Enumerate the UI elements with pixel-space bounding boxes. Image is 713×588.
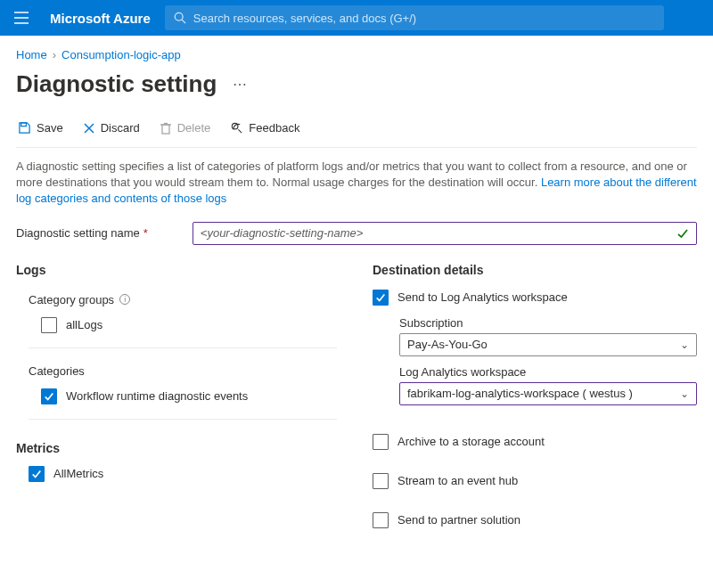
send-law-label: Send to Log Analytics workspace [397, 290, 568, 304]
check-icon [676, 227, 689, 240]
stream-eventhub-label: Stream to an event hub [397, 474, 518, 487]
setting-name-input-wrap[interactable] [193, 222, 697, 245]
svg-line-12 [239, 129, 242, 133]
brand-label[interactable]: Microsoft Azure [50, 11, 151, 26]
send-law-checkbox[interactable] [373, 290, 389, 306]
setting-name-input[interactable] [201, 226, 676, 240]
setting-name-label: Diagnostic setting name * [16, 226, 148, 240]
send-partner-row: Send to partner solution [373, 509, 697, 535]
close-icon [83, 122, 95, 135]
destination-column: Destination details Send to Log Analytic… [373, 263, 697, 535]
law-fields: Subscription Pay-As-You-Go ⌄ Log Analyti… [373, 313, 697, 418]
feedback-icon [230, 121, 243, 135]
categories-text: Categories [29, 364, 85, 378]
archive-storage-checkbox[interactable] [373, 434, 389, 450]
alllogs-row: allLogs [16, 312, 337, 339]
metrics-heading: Metrics [16, 429, 337, 461]
svg-point-3 [175, 12, 183, 20]
send-law-row: Send to Log Analytics workspace [373, 286, 697, 313]
topbar: Microsoft Azure [0, 0, 713, 36]
workflow-runtime-checkbox[interactable] [41, 388, 57, 404]
toolbar: Save Discard Delete Feedback [16, 118, 697, 148]
more-actions-button[interactable]: ⋯ [229, 76, 250, 93]
description-block: A diagnostic setting specifies a list of… [16, 148, 697, 222]
save-label: Save [37, 121, 63, 135]
searchbox[interactable] [165, 5, 664, 30]
page-title-row: Diagnostic setting ⋯ [16, 70, 697, 118]
breadcrumb-home[interactable]: Home [16, 48, 47, 61]
setting-name-label-text: Diagnostic setting name [16, 226, 140, 240]
category-groups-text: Category groups [29, 293, 114, 306]
feedback-button[interactable]: Feedback [228, 118, 301, 138]
workflow-runtime-row: Workflow runtime diagnostic events [16, 383, 337, 410]
law-workspace-value: fabrikam-log-analytics-workspace ( westu… [407, 387, 633, 400]
archive-storage-label: Archive to a storage account [397, 435, 545, 448]
destination-heading: Destination details [373, 263, 697, 286]
chevron-right-icon: › [53, 48, 56, 61]
category-groups-label: Category groups i [16, 286, 337, 312]
hamburger-menu-button[interactable] [7, 4, 36, 32]
alllogs-checkbox[interactable] [41, 317, 57, 333]
divider [29, 347, 337, 348]
categories-label: Categories [16, 357, 337, 383]
chevron-down-icon: ⌄ [680, 339, 689, 351]
save-button[interactable]: Save [16, 118, 65, 138]
send-partner-label: Send to partner solution [397, 513, 520, 527]
divider [29, 419, 337, 420]
stream-eventhub-checkbox[interactable] [373, 473, 389, 489]
allmetrics-checkbox[interactable] [29, 466, 45, 482]
svg-line-4 [182, 20, 185, 23]
hamburger-icon [14, 12, 29, 24]
settings-columns: Logs Category groups i allLogs Categorie… [16, 263, 697, 535]
chevron-down-icon: ⌄ [680, 388, 689, 400]
svg-rect-5 [21, 123, 27, 127]
save-icon [18, 121, 31, 135]
info-icon[interactable]: i [119, 294, 130, 305]
send-partner-checkbox[interactable] [373, 512, 389, 528]
workflow-runtime-label: Workflow runtime diagnostic events [66, 389, 248, 403]
breadcrumb: Home › Consumption-logic-app [16, 36, 697, 70]
subscription-select[interactable]: Pay-As-You-Go ⌄ [399, 333, 697, 356]
stream-eventhub-row: Stream to an event hub [373, 470, 697, 496]
breadcrumb-resource[interactable]: Consumption-logic-app [61, 48, 181, 61]
content-area: Home › Consumption-logic-app Diagnostic … [0, 36, 713, 551]
logs-heading: Logs [16, 263, 337, 286]
delete-label: Delete [177, 121, 211, 135]
searchbar-wrap [165, 5, 706, 30]
svg-rect-8 [162, 125, 169, 134]
setting-name-row: Diagnostic setting name * [16, 222, 697, 263]
search-icon [174, 12, 186, 24]
logs-metrics-column: Logs Category groups i allLogs Categorie… [16, 263, 337, 535]
archive-storage-row: Archive to a storage account [373, 430, 697, 457]
discard-button[interactable]: Discard [81, 118, 142, 138]
law-workspace-select[interactable]: fabrikam-log-analytics-workspace ( westu… [399, 382, 697, 405]
law-workspace-label: Log Analytics workspace [399, 365, 697, 382]
subscription-value: Pay-As-You-Go [407, 338, 488, 351]
page-title: Diagnostic setting [16, 70, 217, 98]
search-input[interactable] [193, 12, 655, 25]
delete-button: Delete [158, 118, 213, 138]
allmetrics-row: AllMetrics [16, 461, 337, 487]
alllogs-label: allLogs [66, 318, 102, 331]
trash-icon [160, 121, 172, 135]
allmetrics-label: AllMetrics [53, 467, 103, 480]
required-asterisk: * [143, 226, 148, 240]
feedback-label: Feedback [249, 121, 299, 135]
discard-label: Discard [101, 121, 140, 135]
subscription-label: Subscription [399, 316, 697, 333]
